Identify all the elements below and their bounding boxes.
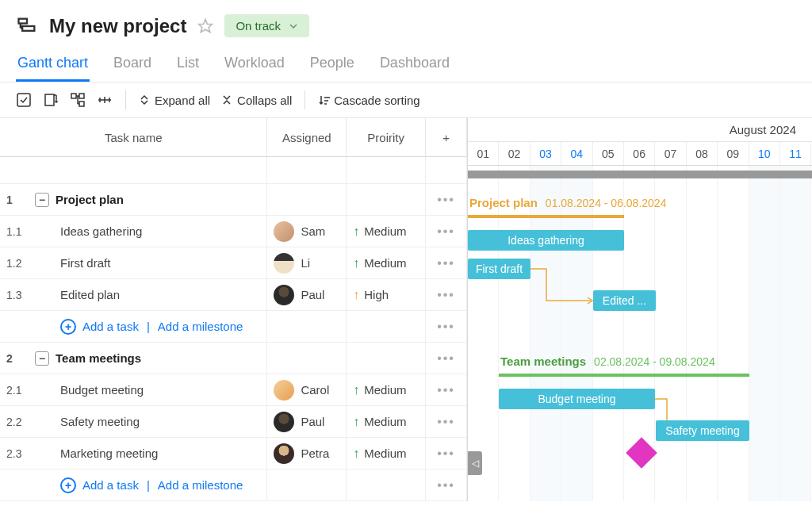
task-name: Edited plan (60, 288, 120, 301)
tab-gantt[interactable]: Gantt chart (16, 47, 90, 82)
task-name: Safety meeting (60, 415, 140, 428)
col-header-taskname[interactable]: Task name (0, 118, 267, 157)
tab-workload[interactable]: Workload (223, 47, 286, 82)
row-more-icon[interactable]: ••• (426, 374, 467, 405)
day-cell[interactable]: 06 (624, 142, 655, 165)
svg-point-9 (56, 101, 57, 102)
task-bar[interactable]: Safety meeting (656, 420, 749, 441)
row-more-icon[interactable]: ••• (426, 470, 467, 500)
add-task-link[interactable]: Add a task (82, 320, 139, 333)
task-rows: 1 − Project plan ••• 1.1Ideas gathering … (0, 157, 467, 501)
day-cell[interactable]: 03 (530, 142, 561, 165)
priority-up-icon: ↑ (353, 288, 359, 302)
hierarchy-icon[interactable] (70, 92, 86, 108)
day-cell[interactable]: 11 (780, 142, 811, 165)
task-bar[interactable]: Edited ... (593, 290, 656, 311)
row-more-icon[interactable]: ••• (426, 216, 467, 247)
day-cell[interactable]: 10 (749, 142, 780, 165)
tab-board[interactable]: Board (112, 47, 153, 82)
status-select[interactable]: On track (224, 14, 309, 37)
gantt-timeline[interactable]: August 2024 0102030405060708091011 Proje… (468, 118, 812, 501)
group-bar[interactable] (468, 215, 624, 218)
wbs-number: 1.2 (6, 257, 29, 270)
tab-people[interactable]: People (308, 47, 356, 82)
assignee-name: Paul (301, 288, 324, 301)
task-bar[interactable]: Budget meeting (499, 389, 655, 409)
col-header-assigned[interactable]: Assigned (267, 118, 347, 157)
task-row[interactable]: 1.2First draft Li ↑Medium ••• (0, 247, 467, 279)
svg-rect-1 (22, 26, 34, 31)
task-name: Budget meeting (60, 383, 144, 397)
day-cell[interactable]: 04 (561, 142, 592, 165)
add-milestone-link[interactable]: Add a milestone (158, 320, 243, 333)
add-task-link[interactable]: Add a task (82, 478, 139, 492)
priority-up-icon: ↑ (353, 383, 359, 397)
assignee-name: Sam (301, 224, 325, 238)
task-row[interactable]: 2.2Safety meeting Paul ↑Medium ••• (0, 406, 467, 438)
col-header-priority[interactable]: Proirity (347, 118, 426, 157)
row-more-icon[interactable]: ••• (426, 343, 467, 374)
avatar (274, 412, 294, 432)
cascade-sorting-label: Cascade sorting (334, 94, 419, 107)
wbs-number: 1 (6, 194, 29, 206)
task-row[interactable]: 1.3Edited plan Paul ↑High ••• (0, 279, 467, 311)
priority-up-icon: ↑ (353, 256, 359, 270)
days-row: 0102030405060708091011 (468, 142, 812, 165)
timeline-icon[interactable] (43, 92, 59, 108)
collapse-toggle-icon[interactable]: − (35, 351, 49, 366)
overview-bar[interactable] (468, 171, 812, 178)
task-name: First draft (60, 256, 110, 270)
task-grid: Task name Assigned Proirity + 1 − Projec… (0, 118, 468, 501)
project-title: My new project (49, 15, 186, 37)
row-more-icon[interactable]: ••• (426, 184, 467, 215)
day-cell[interactable]: 08 (687, 142, 718, 165)
add-milestone-link[interactable]: Add a milestone (158, 478, 243, 492)
toolbar-separator (125, 90, 126, 109)
task-row[interactable]: 2.1Budget meeting Carol ↑Medium ••• (0, 374, 467, 406)
svg-rect-11 (79, 94, 84, 98)
row-more-icon[interactable]: ••• (426, 406, 467, 437)
task-row[interactable]: 1.1Ideas gathering Sam ↑Medium ••• (0, 216, 467, 247)
spacer-row (0, 157, 467, 184)
add-icon[interactable]: + (60, 319, 76, 335)
task-row[interactable]: 2.3Marketing meeting Petra ↑Medium ••• (0, 438, 467, 470)
add-column-button[interactable]: + (426, 118, 467, 157)
cascade-sorting-button[interactable]: Cascade sorting (318, 94, 419, 107)
avatar (274, 285, 294, 305)
wbs-number: 2.2 (6, 416, 29, 428)
tab-dashboard[interactable]: Dashboard (378, 47, 451, 82)
group-row[interactable]: 1 − Project plan ••• (0, 184, 467, 216)
row-more-icon[interactable]: ••• (426, 311, 467, 342)
day-cell[interactable]: 02 (499, 142, 530, 165)
checkbox-icon[interactable] (16, 92, 32, 108)
row-more-icon[interactable]: ••• (426, 438, 467, 469)
gantt-toolbar: Expand all Collaps all Cascade sorting (0, 82, 812, 118)
gantt-main: Task name Assigned Proirity + 1 − Projec… (0, 118, 812, 501)
task-bar[interactable]: First draft (468, 259, 530, 279)
favorite-star-icon[interactable] (197, 18, 213, 34)
group-row[interactable]: 2 − Team meetings ••• (0, 343, 467, 374)
collapse-toggle-icon[interactable]: − (35, 193, 49, 207)
svg-rect-6 (45, 94, 54, 105)
collapse-all-button[interactable]: Collaps all (221, 94, 292, 107)
expand-all-label: Expand all (155, 94, 210, 107)
day-cell[interactable]: 01 (468, 142, 499, 165)
avatar (274, 253, 294, 274)
day-cell[interactable]: 09 (718, 142, 749, 165)
collapse-grid-handle[interactable]: ◁ (468, 451, 482, 475)
ruler-icon[interactable] (97, 92, 113, 108)
priority-label: Medium (364, 447, 406, 460)
chevron-down-icon (289, 21, 298, 31)
avatar (274, 380, 294, 401)
day-cell[interactable]: 07 (655, 142, 686, 165)
priority-up-icon: ↑ (353, 447, 359, 461)
row-more-icon[interactable]: ••• (426, 247, 467, 278)
timeline-body[interactable]: Project plan01.08.2024 - 06.08.2024 Idea… (468, 166, 812, 501)
task-bar[interactable]: Ideas gathering (468, 230, 624, 251)
day-cell[interactable]: 05 (593, 142, 624, 165)
add-icon[interactable]: + (60, 477, 76, 493)
tab-list[interactable]: List (175, 47, 201, 82)
group-bar[interactable] (499, 374, 749, 377)
expand-all-button[interactable]: Expand all (139, 94, 210, 107)
row-more-icon[interactable]: ••• (426, 279, 467, 310)
